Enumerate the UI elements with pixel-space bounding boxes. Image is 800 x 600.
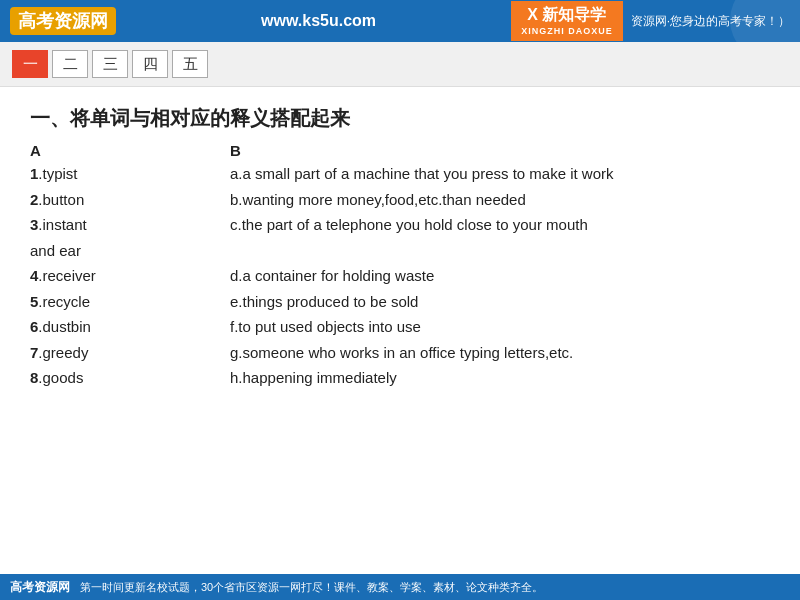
section-title: 一、将单词与相对应的释义搭配起来 [30,105,770,132]
footer-logo: 高考资源网 [10,579,70,596]
vocab-def: a.a small part of a machine that you pre… [230,161,770,187]
badge: X 新知导学 XINGZHI DAOXUE [511,1,623,41]
vocab-def: b.wanting more money,food,etc.than neede… [230,187,770,213]
vocab-term: 4.receiver [30,263,230,289]
col-b-header: B [230,142,770,159]
footer: 高考资源网 第一时间更新名校试题，30个省市区资源一网打尽！课件、教案、学案、素… [0,574,800,600]
vocab-term: 1.typist [30,161,230,187]
vocab-word: typist [43,165,78,182]
vocab-number: 8 [30,369,38,386]
vocab-term: 2.button [30,187,230,213]
table-row: 4.receiver d.a container for holding was… [30,263,770,289]
header: 高考资源网 www.ks5u.com X 新知导学 XINGZHI DAOXUE… [0,0,800,42]
vocab-number: 3 [30,216,38,233]
vocab-word: button [43,191,85,208]
vocabulary-list: 1.typist a.a small part of a machine tha… [30,161,770,391]
badge-x: X 新知导学 [527,5,606,26]
site-url: www.ks5u.com [126,12,511,30]
vocab-term: 7.greedy [30,340,230,366]
vocab-def: e.things produced to be sold [230,289,770,315]
vocab-word: dustbin [43,318,91,335]
vocab-number: 2 [30,191,38,208]
vocab-word: receiver [43,267,96,284]
badge-sub: XINGZHI DAOXUE [521,26,613,38]
vocab-number: 1 [30,165,38,182]
col-a-header: A [30,142,230,159]
header-right-text: 资源网·您身边的高考专家！） [631,13,790,30]
vocab-word: greedy [43,344,89,361]
vocab-def: c.the part of a telephone you hold close… [230,212,770,238]
tab-3[interactable]: 三 [92,50,128,78]
table-row: 7.greedy g.someone who works in an offic… [30,340,770,366]
table-row: 8.goods h.happening immediately [30,365,770,391]
vocab-term: 3.instant [30,212,230,238]
vocab-number: 5 [30,293,38,310]
table-row: 6.dustbin f.to put used objects into use [30,314,770,340]
vocab-word: goods [43,369,84,386]
table-row: 3.instant c.the part of a telephone you … [30,212,770,238]
tab-5[interactable]: 五 [172,50,208,78]
vocab-term-continuation: and ear [30,238,230,264]
footer-text: 第一时间更新名校试题，30个省市区资源一网打尽！课件、教案、学案、素材、论文种类… [80,580,543,595]
vocab-def: d.a container for holding waste [230,263,770,289]
tab-1[interactable]: 一 [12,50,48,78]
table-row: 1.typist a.a small part of a machine tha… [30,161,770,187]
table-row: 2.button b.wanting more money,food,etc.t… [30,187,770,213]
vocab-word: instant [43,216,87,233]
table-row: 5.recycle e.things produced to be sold [30,289,770,315]
table-row: and ear [30,238,770,264]
vocab-term: 6.dustbin [30,314,230,340]
vocab-term: 5.recycle [30,289,230,315]
columns-header: A B [30,142,770,159]
tab-2[interactable]: 二 [52,50,88,78]
vocab-def: g.someone who works in an office typing … [230,340,770,366]
main-content: 一、将单词与相对应的释义搭配起来 A B 1.typist a.a small … [0,87,800,401]
vocab-term: 8.goods [30,365,230,391]
site-logo: 高考资源网 [10,7,116,35]
vocab-def: f.to put used objects into use [230,314,770,340]
vocab-number: 7 [30,344,38,361]
vocab-word: recycle [43,293,91,310]
vocab-number: 4 [30,267,38,284]
nav-tabs: 一 二 三 四 五 [0,42,800,87]
vocab-number: 6 [30,318,38,335]
tab-4[interactable]: 四 [132,50,168,78]
vocab-def: h.happening immediately [230,365,770,391]
